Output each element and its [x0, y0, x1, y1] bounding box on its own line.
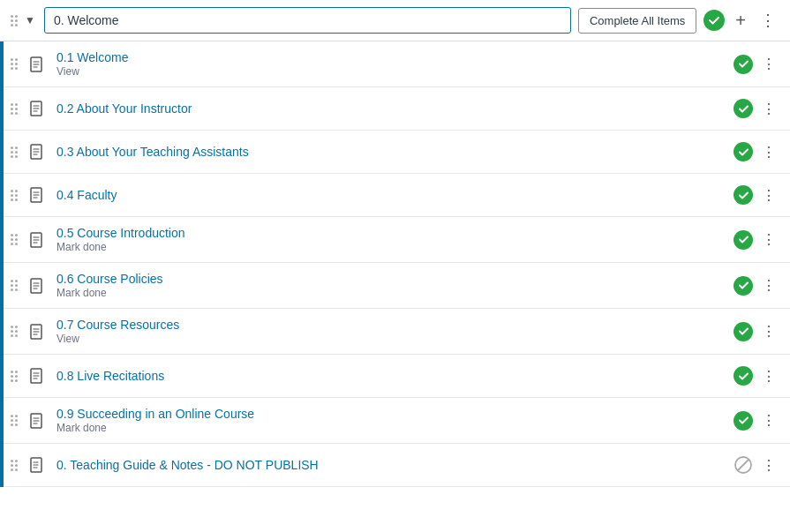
list-item: 0.5 Course Introduction Mark done ⋮ [4, 217, 790, 263]
item-actions: ⋮ [734, 142, 779, 162]
module-content: 0.1 Welcome View ⋮ 0.2 About Your Instru… [0, 41, 790, 487]
collapse-arrow[interactable]: ▼ [25, 14, 35, 26]
complete-all-button[interactable]: Complete All Items [578, 8, 696, 34]
item-subtitle: View [56, 65, 726, 78]
item-title[interactable]: 0.4 Faculty [56, 188, 726, 202]
item-text-group: 0. Teaching Guide & Notes - DO NOT PUBLI… [56, 458, 726, 472]
item-text-group: 0.4 Faculty [56, 188, 726, 202]
item-text-group: 0.3 About Your Teaching Assistants [56, 145, 726, 159]
item-page-icon [25, 363, 49, 388]
item-subtitle: Mark done [56, 422, 726, 434]
item-drag-handle[interactable] [11, 234, 18, 245]
item-complete-icon[interactable] [734, 322, 753, 341]
item-page-icon [25, 453, 49, 477]
item-drag-handle[interactable] [11, 371, 18, 382]
module-title-input[interactable] [44, 7, 571, 34]
item-actions: ⋮ [734, 275, 779, 296]
item-page-icon [25, 139, 49, 164]
item-complete-icon[interactable] [734, 142, 753, 161]
item-actions: ⋮ [734, 229, 779, 250]
item-drag-handle[interactable] [11, 146, 18, 158]
item-subtitle: Mark done [56, 241, 726, 253]
list-item: 0. Teaching Guide & Notes - DO NOT PUBLI… [4, 444, 790, 487]
item-menu-button[interactable]: ⋮ [758, 99, 779, 119]
item-actions: ⋮ [734, 321, 779, 341]
list-item: 0.3 About Your Teaching Assistants ⋮ [4, 131, 790, 174]
item-menu-button[interactable]: ⋮ [758, 142, 779, 162]
list-item: 0.8 Live Recitations ⋮ [4, 355, 790, 398]
item-menu-button[interactable]: ⋮ [758, 229, 779, 250]
svg-line-41 [738, 460, 749, 471]
item-subtitle: View [56, 333, 726, 345]
item-title[interactable]: 0.8 Live Recitations [56, 369, 726, 383]
item-menu-button[interactable]: ⋮ [758, 185, 779, 206]
item-complete-icon[interactable] [734, 366, 753, 386]
list-item: 0.6 Course Policies Mark done ⋮ [4, 263, 790, 309]
module-header: ▼ Complete All Items + ⋮ [0, 0, 790, 41]
item-text-group: 0.2 About Your Instructor [56, 101, 726, 116]
item-page-icon [25, 319, 49, 344]
list-item: 0.7 Course Resources View ⋮ [4, 309, 790, 355]
item-title[interactable]: 0. Teaching Guide & Notes - DO NOT PUBLI… [56, 458, 726, 472]
list-item: 0.4 Faculty ⋮ [4, 174, 790, 217]
add-item-button[interactable]: + [732, 10, 749, 31]
item-title[interactable]: 0.9 Succeeding in an Online Course [56, 407, 726, 421]
item-text-group: 0.9 Succeeding in an Online Course Mark … [56, 407, 726, 434]
item-page-icon [25, 273, 49, 298]
item-menu-button[interactable]: ⋮ [758, 321, 779, 341]
item-actions: ⋮ [734, 99, 779, 119]
item-page-icon [25, 408, 49, 433]
item-drag-handle[interactable] [11, 326, 18, 337]
item-actions: ⋮ [734, 54, 779, 74]
module-menu-button[interactable]: ⋮ [756, 11, 779, 30]
item-title[interactable]: 0.5 Course Introduction [56, 226, 726, 240]
item-actions: ⋮ [734, 185, 779, 206]
item-text-group: 0.5 Course Introduction Mark done [56, 226, 726, 253]
item-text-group: 0.7 Course Resources View [56, 318, 726, 345]
list-item: 0.2 About Your Instructor ⋮ [4, 87, 790, 131]
item-complete-icon[interactable] [734, 276, 753, 296]
item-actions: ⋮ [734, 410, 779, 431]
item-page-icon [25, 52, 49, 77]
item-complete-icon[interactable] [734, 185, 753, 205]
item-complete-icon[interactable] [734, 230, 753, 250]
item-title[interactable]: 0.3 About Your Teaching Assistants [56, 145, 726, 159]
item-subtitle: Mark done [56, 287, 726, 299]
item-complete-icon[interactable] [734, 411, 753, 431]
item-drag-handle[interactable] [11, 103, 18, 115]
item-complete-icon[interactable] [734, 55, 753, 74]
item-menu-button[interactable]: ⋮ [758, 275, 779, 296]
item-title[interactable]: 0.1 Welcome [56, 50, 726, 64]
item-actions: ⋮ [734, 366, 779, 386]
item-complete-icon[interactable] [734, 99, 753, 118]
item-drag-handle[interactable] [11, 415, 18, 426]
item-menu-button[interactable]: ⋮ [758, 54, 779, 74]
list-item: 0.1 Welcome View ⋮ [4, 41, 790, 87]
item-drag-handle[interactable] [11, 460, 18, 471]
item-page-icon [25, 228, 49, 252]
item-title[interactable]: 0.7 Course Resources [56, 318, 726, 332]
item-title[interactable]: 0.2 About Your Instructor [56, 101, 726, 116]
item-menu-button[interactable]: ⋮ [758, 410, 779, 431]
item-text-group: 0.1 Welcome View [56, 50, 726, 78]
item-menu-button[interactable]: ⋮ [758, 455, 779, 476]
item-menu-button[interactable]: ⋮ [758, 366, 779, 386]
item-title[interactable]: 0.6 Course Policies [56, 272, 726, 286]
item-actions: ⋮ [734, 455, 779, 476]
item-drag-handle[interactable] [11, 58, 18, 70]
item-page-icon [25, 96, 49, 121]
item-page-icon [25, 183, 49, 207]
item-drag-handle[interactable] [11, 190, 18, 201]
item-drag-handle[interactable] [11, 280, 18, 291]
list-item: 0.9 Succeeding in an Online Course Mark … [4, 398, 790, 444]
module-drag-handle[interactable] [11, 15, 18, 26]
module-complete-icon[interactable] [703, 10, 725, 31]
item-text-group: 0.6 Course Policies Mark done [56, 272, 726, 299]
item-text-group: 0.8 Live Recitations [56, 369, 726, 383]
item-banned-icon[interactable] [734, 455, 753, 475]
